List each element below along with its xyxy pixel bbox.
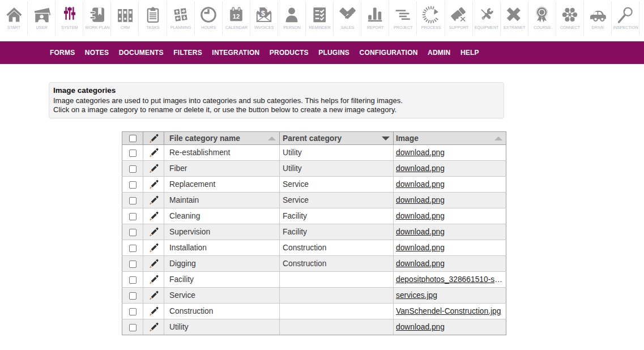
svg-text:12: 12 (233, 13, 240, 20)
